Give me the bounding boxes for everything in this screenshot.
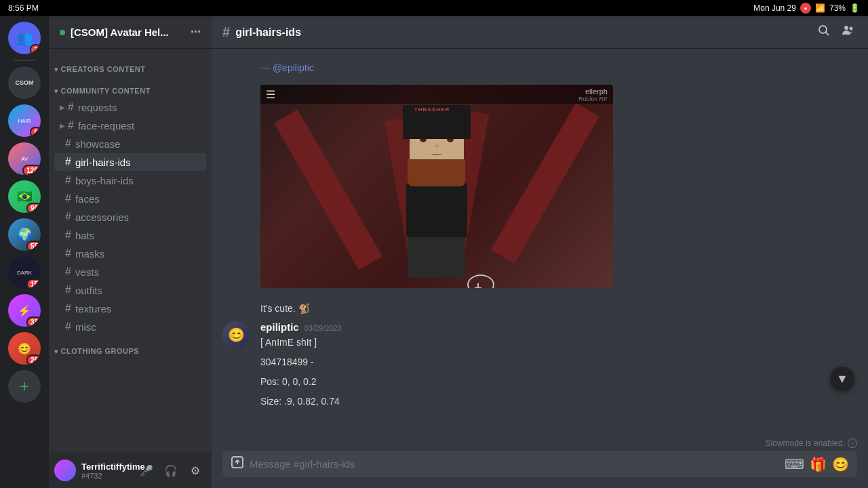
server-icon-flag[interactable]: 🌍 55 [8,218,41,251]
headphones-button[interactable]: 🎧 [160,460,182,481]
channel-item-vests[interactable]: # vests [54,263,206,281]
channel-label-boys-hair-ids: boys-hair-ids [75,175,134,186]
server-icon-char[interactable]: 😊 26 [8,332,41,365]
char-hair [408,159,465,186]
keyboard-icon[interactable]: ⌨ [785,456,804,472]
messages-area[interactable]: --- @epiliptic ☰ [212,49,868,439]
embed-username: ellerph [578,87,608,96]
badge-hair: 9 [30,127,41,137]
server-name: [CSOM] Avatar Hel... [71,26,169,38]
channel-label-accessories: accessories [75,211,129,223]
channel-item-hats[interactable]: # hats [54,226,206,244]
category-clothing-groups[interactable]: ▾ Clothing Groups [49,336,212,358]
channel-item-misc[interactable]: # misc [54,318,206,336]
channel-item-masks[interactable]: # masks [54,245,206,262]
message-input-area: ⌨ 🎁 😊 [212,451,868,488]
gift-icon[interactable]: 🎁 [810,456,827,472]
channel-item-accessories[interactable]: # accessories [54,208,206,226]
server-header[interactable]: [CSOM] Avatar Hel... ··· [49,16,212,49]
members-button[interactable] [838,21,857,43]
svg-point-0 [819,26,827,33]
server-icon-dark[interactable]: DARK 15 [8,256,41,289]
category-arrow-clothing: ▾ [54,348,58,355]
info-i: i [852,440,853,447]
channel-label-face-request: face-request [78,120,134,131]
badge-dm: 3 [30,44,41,54]
hash-girl-hairs-ids: # [65,156,71,168]
category-arrow-creators: ▾ [54,66,58,73]
embed-top-bar: ☰ [260,85,613,104]
channel-item-textures[interactable]: # textures [54,300,206,317]
hash-boys-hair-ids: # [65,174,71,186]
channel-item-boys-hair-ids[interactable]: # boys-hair-ids [54,171,206,189]
mention-text: @epiliptic [273,62,314,73]
server-icon-anime[interactable]: ⚡ 33 [8,294,41,327]
epiliptic-line-1: [ AnImE shIt ] [260,336,857,350]
embed-container: ☰ ellerph Roblox RP THRASHER [260,85,613,288]
embed-caption: It's cute. 🐒 [260,302,857,316]
channel-label-outfits: outfits [75,285,102,296]
server-divider [14,60,35,61]
slowmode-notice: Slowmode is enabled. i [212,439,868,451]
hash-masks: # [65,247,71,260]
microphone-icon: 🎤 [140,464,153,477]
message-epiliptic: 😊 epiliptic 03/29/2020 [ AnImE shIt ] 30… [212,319,868,411]
emoji-button[interactable]: 😊 [832,456,849,472]
online-dot [60,30,65,35]
user-icons: 🎤 🎧 ⚙ [136,460,206,481]
badge-char: 26 [26,354,41,365]
epiliptic-line-4 [260,369,857,375]
category-community[interactable]: ▾ Community Content [49,76,212,98]
badge-flag: 55 [26,241,41,251]
channel-item-outfits[interactable]: # outfits [54,281,206,299]
epiliptic-line-3: 304718499 - [260,355,857,369]
badge-dark: 15 [26,279,41,289]
epiliptic-line-7: Size: .9, 0.82, 0.74 [260,394,857,409]
channel-name: girl-hairs-ids [235,26,301,39]
channel-label-masks: masks [75,248,104,260]
channel-label-requests: requests [78,102,117,113]
embed-status: Roblox RP [578,96,608,102]
channel-item-face-request[interactable]: ▶ # face-request [54,117,206,134]
settings-button[interactable]: ⚙ [184,460,206,481]
status-bar: 8:56 PM Mon Jun 29 ● 📶 73% 🔋 [0,0,868,16]
add-server-button[interactable]: + [8,370,41,403]
hash-textures: # [65,302,71,314]
server-icon-dm[interactable]: 👥 3 [8,22,41,54]
category-creators[interactable]: ▾ Creators Content [49,54,212,76]
microphone-button[interactable]: 🎤 [136,460,157,481]
server-icon-active[interactable]: AV 120 [8,142,41,175]
server-icon-hair[interactable]: HAIR 9 [8,104,41,137]
battery-icon: 🔋 [850,3,860,13]
channel-item-girl-hairs-ids[interactable]: # girl-hairs-ids [54,153,206,171]
char-body [406,183,467,237]
channel-label-showcase: showcase [75,138,121,150]
epiliptic-line-6 [260,389,857,394]
channel-label-misc: misc [75,321,96,333]
embed-user-info: ellerph Roblox RP [578,87,608,102]
search-button[interactable] [815,22,833,43]
server-icon-csom[interactable]: CSOM [8,66,41,99]
upload-icon[interactable] [231,455,244,472]
epiliptic-timestamp: 03/29/2020 [304,324,342,332]
headphones-icon: 🎧 [164,464,178,477]
rec-indicator: ● [800,3,811,14]
user-tag: #4732 [81,472,130,480]
channel-item-showcase[interactable]: # showcase [54,135,206,152]
channel-item-faces[interactable]: # faces [54,190,206,207]
status-date: Mon Jun 29 [753,3,796,13]
message-embed: ☰ ellerph Roblox RP THRASHER [212,77,868,319]
slowmode-info-icon: i [848,439,857,448]
server-icon-br[interactable]: 🇧🇷 99 [8,180,41,213]
server-options-icon[interactable]: ··· [191,25,201,39]
embed-image: ☰ ellerph Roblox RP THRASHER [260,85,613,288]
scroll-down-button[interactable]: ▼ [830,367,854,391]
epiliptic-line-2 [260,350,857,355]
channel-item-requests[interactable]: ▶ # requests [54,98,206,116]
svg-point-3 [850,27,853,30]
epiliptic-message-header: epiliptic 03/29/2020 [260,321,857,333]
channel-header: # girl-hairs-ids [212,16,868,49]
scroll-down-icon: ▼ [836,372,848,386]
hash-accessories: # [65,211,71,223]
message-input-field[interactable] [250,451,779,477]
